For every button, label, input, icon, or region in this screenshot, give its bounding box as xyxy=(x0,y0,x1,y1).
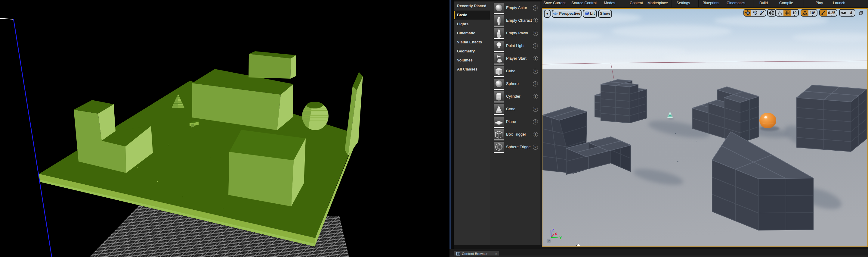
character-icon xyxy=(494,16,504,27)
place-item-empty-pawn[interactable]: Empty Pawn ? xyxy=(490,27,542,39)
toolbar-build[interactable]: Build xyxy=(760,0,768,7)
help-icon[interactable]: ? xyxy=(533,56,538,61)
perspective-button[interactable]: Perspective xyxy=(552,10,582,18)
place-item-player-start[interactable]: Player Start ? xyxy=(490,52,542,65)
move-tool[interactable] xyxy=(744,10,751,16)
help-icon[interactable]: ? xyxy=(533,145,538,150)
help-icon[interactable]: ? xyxy=(533,69,538,74)
viewport[interactable]: ZXY? ▾PerspectiveLitShow1010°0.254 xyxy=(542,8,868,247)
toolbar-blueprints[interactable]: Blueprints xyxy=(703,0,719,7)
toolbar-launch[interactable]: Launch xyxy=(833,0,845,7)
help-icon[interactable]: ? xyxy=(533,31,538,36)
place-tab-visual-effects[interactable]: Visual Effects xyxy=(454,38,490,47)
place-item-empty-actor[interactable]: Empty Actor ? xyxy=(490,1,542,14)
toolbar-separator xyxy=(601,0,601,7)
rotate-tool[interactable] xyxy=(751,10,758,16)
boxtrigger-icon xyxy=(494,129,504,140)
toolbar-save-current[interactable]: Save Current xyxy=(544,0,566,7)
place-item-label: Sphere xyxy=(506,78,519,90)
transform-tools-group xyxy=(743,9,766,17)
toolbar-separator xyxy=(672,0,672,7)
world-space-toggle[interactable] xyxy=(768,10,776,16)
help-icon[interactable]: ? xyxy=(533,81,538,86)
help-icon[interactable]: ? xyxy=(533,44,538,49)
place-tab-lights[interactable]: Lights xyxy=(454,20,490,29)
toolbar-source-control[interactable]: Source Control xyxy=(571,0,596,7)
place-tab-cinematic[interactable]: Cinematic xyxy=(454,29,490,38)
help-icon[interactable]: ? xyxy=(533,5,538,10)
camera-speed-value[interactable]: 4 xyxy=(847,10,855,16)
maximize-icon[interactable] xyxy=(859,11,863,15)
place-item-cone[interactable]: Cone ? xyxy=(490,103,542,115)
dropdown-arrow-icon xyxy=(831,15,833,16)
place-tab-volumes[interactable]: Volumes xyxy=(454,56,490,65)
place-item-label: Player Start xyxy=(506,52,527,65)
place-tab-geometry[interactable]: Geometry xyxy=(454,47,490,56)
help-icon[interactable]: ? xyxy=(533,132,538,137)
bulb-icon xyxy=(494,41,504,52)
camera-speed[interactable]: 4 xyxy=(849,11,853,15)
rotation-snap-toggle[interactable] xyxy=(801,10,808,16)
rotation-snap-icon xyxy=(802,10,808,15)
place-item-sphere-trigge[interactable]: Sphere Trigge ? xyxy=(490,141,542,153)
scale-snap-toggle[interactable] xyxy=(820,10,827,16)
dropdown-arrow-icon: ▾ xyxy=(546,12,548,16)
help-icon[interactable]: ? xyxy=(533,119,538,124)
world-space-icon xyxy=(769,10,774,16)
place-item-cylinder[interactable]: Cylinder ? xyxy=(490,90,542,103)
scale-snap-value[interactable]: 0.25 xyxy=(827,10,837,16)
sphere-icon xyxy=(494,79,504,90)
camera-speed-toggle[interactable] xyxy=(840,10,847,16)
toolbar-separator xyxy=(804,0,804,7)
bottom-edge-line xyxy=(450,256,868,257)
scale-snap-icon xyxy=(821,10,826,15)
rotation-snap-group: 10° xyxy=(801,9,817,17)
place-item-sphere[interactable]: Sphere ? xyxy=(490,78,542,90)
help-icon[interactable]: ? xyxy=(533,107,538,112)
place-item-box-trigger[interactable]: Box Trigger ? xyxy=(490,128,542,141)
toolbar-compile[interactable]: Compile xyxy=(779,0,793,7)
show-label: Show xyxy=(600,11,610,16)
rotation-snap-value[interactable]: 10° xyxy=(808,10,817,16)
svg-text:X: X xyxy=(555,232,557,236)
toolbar-content[interactable]: Content xyxy=(630,0,643,7)
place-item-empty-charact[interactable]: Empty Charact ? xyxy=(490,14,542,27)
rotation-snap-size[interactable]: 10° xyxy=(809,11,816,15)
toolbar-separator xyxy=(619,0,619,7)
unreal-editor-window: Recently PlacedBasicLightsCinematicVisua… xyxy=(450,0,868,257)
place-item-label: Empty Charact xyxy=(506,14,532,27)
place-item-label: Point Light xyxy=(506,39,524,52)
toolbar-cinematics[interactable]: Cinematics xyxy=(726,0,745,7)
scale-snap-size[interactable]: 0.25 xyxy=(827,11,836,15)
place-tab-all-classes[interactable]: All Classes xyxy=(454,65,490,74)
toolbar-play[interactable]: Play xyxy=(816,0,823,7)
place-item-cube[interactable]: Cube ? xyxy=(490,65,542,78)
camera-speed-group: 4 xyxy=(839,9,855,17)
surface-snap-toggle[interactable] xyxy=(776,10,783,16)
rotate-tool-icon xyxy=(752,10,757,16)
toolbar-marketplace[interactable]: Marketplace xyxy=(648,0,668,7)
place-item-label: Cone xyxy=(506,103,516,115)
svg-text:Y: Y xyxy=(559,236,562,240)
coordinate-space-group xyxy=(767,9,776,17)
place-item-plane[interactable]: Plane ? xyxy=(490,115,542,128)
grid-snap-toggle[interactable] xyxy=(783,10,791,16)
lit-button[interactable]: Lit xyxy=(583,10,597,18)
viewport-options-dropdown[interactable]: ▾ xyxy=(544,10,551,18)
grid-snap-size[interactable]: 10 xyxy=(792,11,798,15)
svg-text:?: ? xyxy=(548,239,550,243)
place-item-point-light[interactable]: Point Light ? xyxy=(490,39,542,52)
toolbar-settings[interactable]: Settings xyxy=(676,0,690,7)
maximize-viewport-button[interactable] xyxy=(859,11,863,15)
dropdown-arrow-icon xyxy=(779,15,781,16)
toolbar-modes[interactable]: Modes xyxy=(604,0,615,7)
place-tab-recently-placed[interactable]: Recently Placed xyxy=(454,1,490,10)
help-icon[interactable]: ? xyxy=(533,94,538,99)
cone-icon xyxy=(494,104,504,115)
camera-speed-icon xyxy=(841,11,847,15)
place-tab-basic[interactable]: Basic xyxy=(454,10,490,20)
help-icon[interactable]: ? xyxy=(533,18,538,23)
scale-tool[interactable] xyxy=(758,10,766,16)
grid-snap-value[interactable]: 10 xyxy=(791,10,798,16)
show-button[interactable]: Show xyxy=(598,10,612,18)
